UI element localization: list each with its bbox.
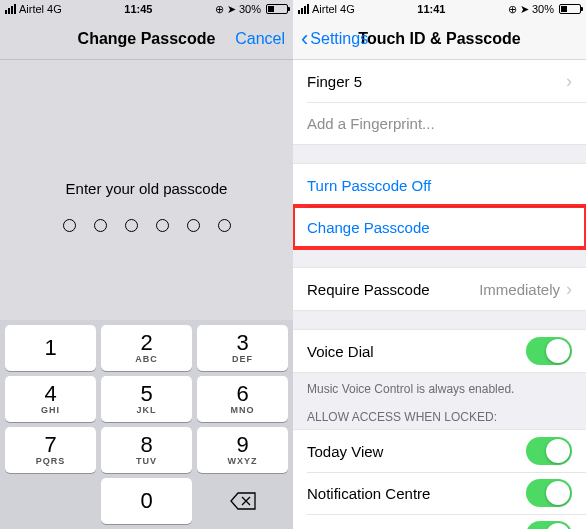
key-3[interactable]: 3DEF [197,325,288,371]
fingerprint-label: Finger 5 [307,73,566,90]
lock-access-section: Today View Notification Centre Control C… [293,429,586,529]
require-passcode-value: Immediately [479,281,560,298]
key-7[interactable]: 7PQRS [5,427,96,473]
numeric-keypad: 1 2ABC 3DEF 4GHI 5JKL 6MNO 7PQRS 8TUV 9W… [0,320,293,529]
signal-icon [298,4,309,14]
key-8[interactable]: 8TUV [101,427,192,473]
voice-dial-label: Voice Dial [307,343,526,360]
network-label: 4G [47,3,62,15]
control-centre-row: Control Centre [293,514,586,529]
alarm-icon: ⊕ [215,3,224,16]
alarm-icon: ⊕ [508,3,517,16]
backspace-icon [230,492,256,510]
require-section: Require Passcode Immediately › [293,267,586,311]
passcode-dot [218,219,231,232]
settings-scroll[interactable]: Finger 5 › Add a Fingerprint... Turn Pas… [293,60,586,529]
today-view-label: Today View [307,443,526,460]
passcode-section: Turn Passcode Off Change Passcode [293,163,586,249]
back-label: Settings [310,30,368,48]
turn-passcode-off-label: Turn Passcode Off [307,177,572,194]
passcode-dots [0,219,293,232]
control-centre-toggle[interactable] [526,521,572,529]
key-9[interactable]: 9WXYZ [197,427,288,473]
key-0[interactable]: 0 [101,478,192,524]
location-icon: ➤ [227,3,236,16]
turn-passcode-off-row[interactable]: Turn Passcode Off [293,164,586,206]
voice-footer: Music Voice Control is always enabled. [293,377,586,396]
change-passcode-row[interactable]: Change Passcode [293,206,586,248]
notification-centre-toggle[interactable] [526,479,572,507]
voice-section: Voice Dial [293,329,586,373]
carrier-label: Airtel [312,3,337,15]
chevron-right-icon: › [566,71,572,92]
fingerprints-section: Finger 5 › Add a Fingerprint... [293,60,586,145]
status-bar: Airtel 4G 11:45 ⊕ ➤ 30% [0,0,293,18]
notification-centre-label: Notification Centre [307,485,526,502]
chevron-right-icon: › [566,279,572,300]
today-view-row: Today View [293,430,586,472]
cancel-button[interactable]: Cancel [235,30,285,48]
voice-dial-row: Voice Dial [293,330,586,372]
key-blank [5,478,96,524]
phone-change-passcode: Airtel 4G 11:45 ⊕ ➤ 30% Change Passcode … [0,0,293,529]
key-5[interactable]: 5JKL [101,376,192,422]
require-passcode-row[interactable]: Require Passcode Immediately › [293,268,586,310]
voice-dial-toggle[interactable] [526,337,572,365]
passcode-dot [94,219,107,232]
location-icon: ➤ [520,3,529,16]
lock-access-header: Allow Access When Locked: [293,410,586,429]
key-2[interactable]: 2ABC [101,325,192,371]
nav-bar: Change Passcode Cancel [0,18,293,60]
battery-icon [559,4,581,14]
passcode-dot [125,219,138,232]
battery-icon [266,4,288,14]
require-passcode-label: Require Passcode [307,281,479,298]
battery-percent: 30% [239,3,261,15]
signal-icon [5,4,16,14]
clock: 11:45 [124,3,152,15]
passcode-dot [156,219,169,232]
key-delete[interactable] [197,478,288,524]
carrier-label: Airtel [19,3,44,15]
today-view-toggle[interactable] [526,437,572,465]
add-fingerprint-row[interactable]: Add a Fingerprint... [293,102,586,144]
clock: 11:41 [417,3,445,15]
chevron-left-icon: ‹ [301,28,308,50]
passcode-dot [187,219,200,232]
key-6[interactable]: 6MNO [197,376,288,422]
notification-centre-row: Notification Centre [293,472,586,514]
passcode-prompt: Enter your old passcode [0,180,293,197]
network-label: 4G [340,3,355,15]
status-bar: Airtel 4G 11:41 ⊕ ➤ 30% [293,0,586,18]
back-button[interactable]: ‹ Settings [301,28,368,50]
add-fingerprint-label: Add a Fingerprint... [307,115,572,132]
key-4[interactable]: 4GHI [5,376,96,422]
change-passcode-label: Change Passcode [307,219,572,236]
passcode-dot [63,219,76,232]
key-1[interactable]: 1 [5,325,96,371]
nav-bar: ‹ Settings Touch ID & Passcode [293,18,586,60]
phone-touchid-settings: Airtel 4G 11:41 ⊕ ➤ 30% ‹ Settings Touch… [293,0,586,529]
fingerprint-row[interactable]: Finger 5 › [293,60,586,102]
battery-percent: 30% [532,3,554,15]
